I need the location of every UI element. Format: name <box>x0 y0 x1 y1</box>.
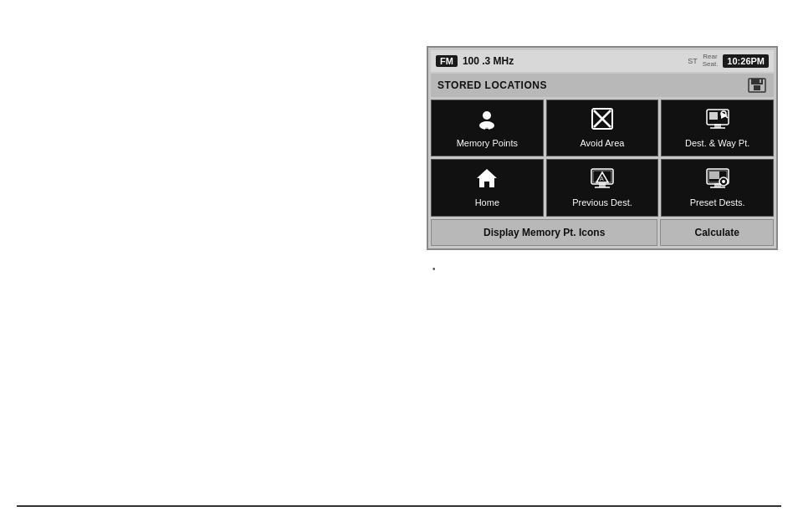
avoid-area-icon <box>591 107 614 134</box>
status-bar: FM 100 .3 MHz ST RearSeat. 10:26PM <box>431 50 774 72</box>
stored-locations-title: STORED LOCATIONS <box>437 79 547 91</box>
svg-line-17 <box>725 115 728 118</box>
prev-dest-label: Previous Dest. <box>572 197 632 208</box>
st-label: ST <box>688 57 698 65</box>
preset-dests-icon <box>706 166 729 193</box>
bullet-point: • <box>432 264 436 274</box>
save-icon-container[interactable] <box>747 77 767 94</box>
rear-seat-label: RearSeat. <box>703 54 719 69</box>
prev-dest-button[interactable]: A Previous Dest. <box>546 159 659 216</box>
memory-points-button[interactable]: Memory Points <box>431 100 544 156</box>
svg-rect-27 <box>709 171 719 179</box>
save-icon <box>748 78 766 93</box>
svg-point-29 <box>722 180 725 183</box>
bottom-divider <box>17 505 781 507</box>
svg-rect-3 <box>760 79 761 83</box>
display-memory-button[interactable]: Display Memory Pt. Icons <box>431 219 657 246</box>
fm-badge: FM <box>436 55 458 67</box>
frequency-display: 100 .3 MHz <box>463 55 683 67</box>
memory-points-label: Memory Points <box>457 137 518 149</box>
bottom-buttons-row: Display Memory Pt. Icons Calculate <box>431 219 774 246</box>
svg-text:A: A <box>600 176 604 182</box>
nav-panel: FM 100 .3 MHz ST RearSeat. 10:26PM STORE… <box>427 46 778 250</box>
page-container: FM 100 .3 MHz ST RearSeat. 10:26PM STORE… <box>0 0 798 532</box>
preset-dests-button[interactable]: Preset Dests. <box>661 159 774 216</box>
stored-locations-bar: STORED LOCATIONS <box>431 74 774 97</box>
calculate-button[interactable]: Calculate <box>660 219 774 246</box>
svg-marker-18 <box>477 169 497 187</box>
prev-dest-icon: A <box>591 166 614 193</box>
preset-dests-label: Preset Dests. <box>690 197 745 208</box>
avoid-area-label: Avoid Area <box>580 137 624 149</box>
home-icon <box>475 166 499 193</box>
svg-rect-2 <box>754 85 760 90</box>
dest-way-label: Dest. & Way Pt. <box>685 137 749 149</box>
memory-points-icon <box>475 107 499 134</box>
main-buttons-grid: Memory Points Avoid Area <box>431 100 774 217</box>
dest-way-icon <box>706 107 729 134</box>
svg-point-4 <box>483 111 491 120</box>
avoid-area-button[interactable]: Avoid Area <box>546 100 659 156</box>
home-button[interactable]: Home <box>431 159 544 216</box>
home-label: Home <box>475 197 499 208</box>
dest-way-button[interactable]: Dest. & Way Pt. <box>661 100 774 156</box>
time-display: 10:26PM <box>723 54 769 68</box>
svg-rect-12 <box>709 112 718 120</box>
